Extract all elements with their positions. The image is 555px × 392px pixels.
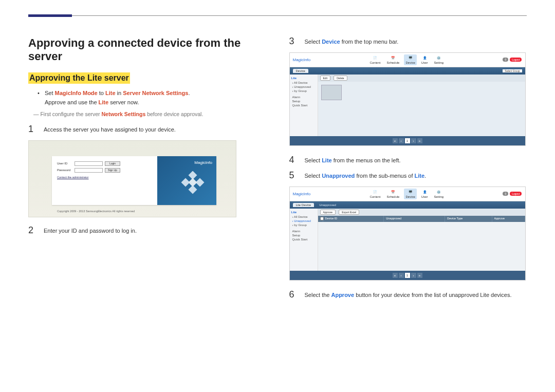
login-button[interactable]: Login [105, 161, 120, 166]
section-title: Approving the Lite server [28, 72, 130, 84]
pager-prev[interactable]: ‹ [399, 273, 404, 278]
col-device-id: Device ID [323, 216, 384, 222]
footnote: ― First configure the server Network Set… [33, 111, 266, 117]
signup-button[interactable]: Sign Up [105, 168, 120, 173]
sidebar-item-quick[interactable]: Quick Start [291, 238, 316, 241]
sidebar-item-quick[interactable]: Quick Start [291, 104, 316, 107]
step-2: 2 Enter your ID and password to log in. [28, 226, 266, 235]
two-column-layout: Approving a connected device from the se… [28, 36, 527, 305]
kw-lite: Lite [322, 157, 332, 163]
content-icon: 📄 [372, 190, 378, 195]
sidebar: Lite › All Device › Unapproved › by Grou… [290, 209, 318, 271]
pager-1[interactable]: 1 [405, 273, 410, 278]
table-header: Device ID Unapproved Device Type Approve [318, 216, 525, 222]
tab-setting[interactable]: ⚙️Setting [432, 54, 445, 65]
tab-device[interactable]: 🖥️Device [404, 54, 416, 65]
svg-rect-4 [189, 178, 197, 186]
main-panel: Edit Delete [318, 74, 525, 136]
col-device-type: Device Type [445, 216, 492, 222]
sidebar-item-alarm[interactable]: Alarm [291, 230, 316, 233]
sidebar-item-setup[interactable]: Setup [291, 234, 316, 237]
user-icon: 👤 [421, 190, 428, 195]
tab-setting[interactable]: ⚙️Setting [432, 189, 445, 199]
pager-prev[interactable]: ‹ [399, 138, 404, 143]
tab-schedule[interactable]: 📅Schedule [385, 54, 401, 65]
sidebar-item-unapproved[interactable]: › Unapproved [291, 219, 316, 222]
pager-next[interactable]: › [411, 273, 416, 278]
tab-schedule[interactable]: 📅Schedule [385, 189, 401, 199]
login-brand-panel: MagicInfo [157, 156, 216, 205]
tab-content[interactable]: 📄Content [368, 189, 382, 199]
step-number: 6 [289, 290, 298, 300]
approve-button[interactable]: Approve [320, 210, 336, 215]
filter-row: Edit Delete [318, 74, 525, 82]
tab-device[interactable]: 🖥️Device [404, 189, 416, 199]
login-card: User ID Login Password Sign Up Contact t… [52, 156, 216, 205]
sidebar-item-all[interactable]: › All Device [291, 81, 316, 84]
sidebar-item-unapproved[interactable]: › Unapproved [291, 85, 316, 88]
accent-bar [28, 14, 72, 17]
subtab-lite-device[interactable]: Lite Device [293, 203, 314, 207]
device-icon: 🖥️ [408, 190, 414, 195]
step-6: 6 Select the Approve button for your dev… [289, 290, 527, 300]
sidebar-item-group[interactable]: › by Group [291, 89, 316, 92]
edit-button[interactable]: Edit [320, 76, 331, 81]
login-copyright: Copyright 2009 - 2013 SamsungElectronics… [57, 210, 135, 213]
top-menu: 📄Content 📅Schedule 🖥️Device 👤User ⚙️Sett… [368, 189, 445, 199]
password-field[interactable] [75, 168, 103, 173]
intro-bullet: • Set MagicInfo Mode to Lite in Server N… [38, 89, 266, 107]
step-number: 5 [289, 171, 298, 180]
step-4: 4 Select Lite from the menus on the left… [289, 155, 527, 165]
schedule-icon: 📅 [390, 55, 396, 61]
step-3: 3 Select Device from the top menu bar. [289, 36, 527, 46]
sidebar-item-setup[interactable]: Setup [291, 100, 316, 103]
device-thumbnail[interactable] [321, 85, 342, 100]
logout-pill[interactable]: Logout [510, 192, 522, 196]
step-text: Select the Approve button for your devic… [305, 290, 512, 300]
pager-first[interactable]: « [393, 138, 398, 143]
delete-button[interactable]: Delete [334, 76, 347, 81]
kw-lite-3: Lite [415, 173, 425, 179]
user-id-field[interactable] [75, 161, 103, 166]
step-5: 5 Select Unapproved from the sub-menus o… [289, 171, 527, 180]
sidebar-lite[interactable]: Lite [291, 211, 316, 214]
sidebar-item-group[interactable]: › by Group [291, 223, 316, 227]
document-page: Approving a connected device from the se… [0, 0, 555, 315]
pager-last[interactable]: » [417, 273, 422, 278]
kw-magicinfo-mode: MagicInfo Mode [55, 90, 98, 96]
app-body: Lite › All Device › Unapproved › by Grou… [290, 209, 525, 271]
kw-unapproved: Unapproved [322, 173, 355, 179]
screenshot-login: User ID Login Password Sign Up Contact t… [28, 140, 236, 217]
subtab-unapproved[interactable]: Unapproved [316, 203, 339, 207]
contact-admin-link[interactable]: Contact the administrator [57, 176, 152, 179]
pager-first[interactable]: « [393, 273, 398, 278]
tab-user[interactable]: 👤User [420, 54, 430, 65]
left-column: Approving a connected device from the se… [28, 36, 266, 305]
step-number: 3 [289, 36, 298, 46]
group-dropdown[interactable]: Select Group [503, 69, 522, 72]
subtab-device[interactable]: Device [293, 69, 308, 73]
screenshot-unapproved: MagicInfo 📄Content 📅Schedule 🖥️Device 👤U… [289, 186, 526, 281]
step-number: 4 [289, 155, 298, 165]
gear-icon: ⚙️ [436, 190, 442, 195]
sidebar: Lite › All Device › Unapproved › by Grou… [290, 74, 318, 136]
table-body-empty [318, 222, 525, 271]
main-panel: Approve Export Excel Device ID Unapprove… [318, 209, 525, 271]
sidebar-item-all[interactable]: › All Device [291, 215, 316, 218]
header-right: 0 Logout [503, 192, 522, 196]
sidebar-item-alarm[interactable]: Alarm [291, 96, 316, 99]
sidebar-lite[interactable]: Lite [291, 77, 316, 80]
password-label: Password [57, 169, 72, 172]
logout-pill[interactable]: Logout [510, 58, 522, 62]
pager-next[interactable]: › [411, 138, 416, 143]
step-text: Select Device from the top menu bar. [305, 36, 399, 46]
tab-user[interactable]: 👤User [420, 189, 430, 199]
export-button[interactable]: Export Excel [339, 210, 359, 215]
pager-last[interactable]: » [417, 138, 422, 143]
page-title: Approving a connected device from the se… [28, 36, 266, 63]
app-logo: MagicInfo [293, 192, 311, 196]
pager-1[interactable]: 1 [405, 138, 410, 143]
content-icon: 📄 [372, 55, 378, 61]
step-text: Select Lite from the menus on the left. [305, 155, 401, 165]
tab-content[interactable]: 📄Content [368, 54, 382, 65]
